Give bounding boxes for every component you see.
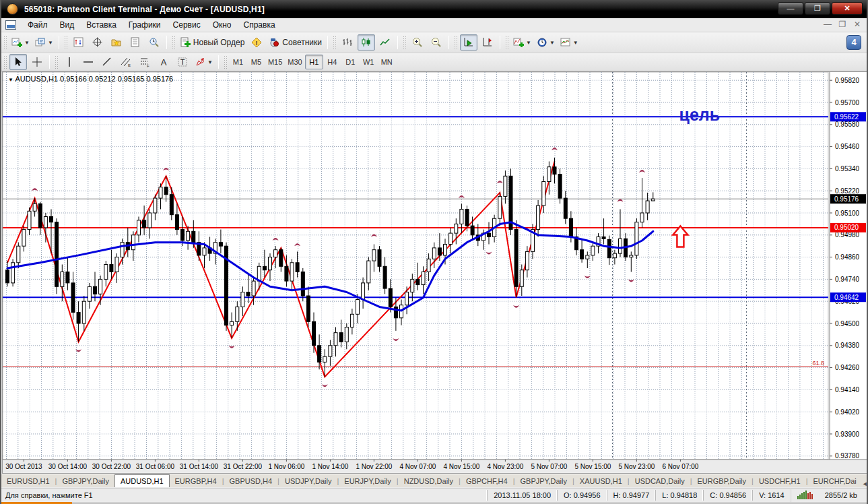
notebook-icon [130,37,141,48]
arrow-objects-icon [195,57,205,67]
menu-view[interactable]: Вид [54,18,81,32]
chart-restore-button[interactable]: ❐ [837,20,848,29]
dropdown-arrow-icon[interactable]: ▼ [48,40,53,46]
toolbar-grip[interactable] [454,36,457,49]
expert-advisors-button[interactable]: Советники [267,34,324,51]
timeframe-m5-button[interactable]: M5 [247,55,265,69]
timeframe-mn-button[interactable]: MN [378,55,396,69]
menu-file[interactable]: Файл [22,18,54,32]
hline-icon [83,57,94,67]
chart-tab-usdchf-h1[interactable]: USDCHF,H1 [754,476,806,487]
fibonacci-button[interactable]: F [136,54,154,70]
menu-insert[interactable]: Вставка [80,18,123,32]
candle-chart-button[interactable] [358,34,375,51]
timeframe-m1-button[interactable]: M1 [229,55,247,69]
dropdown-arrow-icon[interactable]: ▼ [24,40,30,46]
metaeditor-button[interactable]: ! [248,34,265,51]
svg-text:4 Nov 23:00: 4 Nov 23:00 [487,463,523,470]
arrow-objects-button[interactable]: ▼ [193,54,215,70]
close-button[interactable]: ✕ [832,2,863,15]
chart-tab-nzdusd-daily[interactable]: NZDUSD,Daily [399,476,459,487]
new-chart-button[interactable]: ▼ [9,34,32,51]
label-t-icon: T [177,57,188,67]
svg-text:30 Oct 14:00: 30 Oct 14:00 [48,463,88,470]
market-watch-button[interactable] [70,34,88,51]
chart-tab-eurchf-dai[interactable]: EURCHF,Dai [808,476,862,487]
chart-minimize-button[interactable]: — [822,20,833,29]
terminal-button[interactable] [127,34,144,51]
chart-tab-eurgbp-h4[interactable]: EURGBP,H4 [170,476,222,487]
navigator-button[interactable] [108,34,125,51]
text-button[interactable]: A [155,54,172,70]
menu-tools[interactable]: Сервис [167,18,207,32]
templates-button[interactable]: ▼ [558,34,580,51]
order-sheet-icon [180,37,191,48]
mailbox-badge[interactable]: 4 [846,35,861,50]
timeframe-h4-button[interactable]: H4 [323,55,341,69]
new-order-button-label: Новый Ордер [193,38,244,47]
chart-tab-gbpjpy-daily[interactable]: GBPJPY,Daily [515,476,573,487]
menu-window[interactable]: Окно [207,18,238,32]
chart-tab-gbpjpy-daily[interactable]: GBPJPY,Daily [57,476,114,487]
toolbar-grip[interactable] [3,55,7,69]
crosshair-tool-button[interactable] [28,54,46,70]
channel-button[interactable]: E [117,54,135,70]
vertical-line-button[interactable] [61,54,78,70]
dropdown-arrow-icon[interactable]: ▼ [207,59,213,65]
chart-tab-eurgbp-daily[interactable]: EURGBP,Daily [692,476,752,487]
strategy-tester-button[interactable] [145,34,163,51]
chart-tab-gbpchf-h4[interactable]: GBPCHF,H4 [461,476,513,487]
toolbar-grip[interactable] [224,55,227,69]
menu-charts[interactable]: Графики [123,18,167,32]
toolbar-grip[interactable] [403,36,406,49]
tab-scroll-left-button[interactable]: ◄ [862,480,868,487]
bar-chart-button[interactable] [339,34,356,51]
toolbar-grip[interactable] [333,36,336,49]
toolbar-separator [59,36,59,49]
chart-tab-eurjpy-daily[interactable]: EURJPY,Daily [339,476,397,487]
indicators-button[interactable]: ▼ [511,34,533,51]
toolbar-grip[interactable] [55,55,58,69]
chart-tab-usdjpy-daily[interactable]: USDJPY,Daily [279,476,337,487]
chart-tab-usdcad-daily[interactable]: USDCAD,Daily [630,476,690,487]
toolbar-grip[interactable] [3,36,7,49]
chart-tab-eurusd-h1[interactable]: EURUSD,H1 [1,476,55,487]
chart-tab-audusd-h1[interactable]: AUDUSD,H1 [114,474,170,487]
maximize-button[interactable]: ❐ [805,2,830,15]
profiles-button[interactable]: ▼ [33,34,55,51]
svg-text:0.93900: 0.93900 [835,431,860,438]
timeframe-m30-button[interactable]: M30 [285,55,304,69]
chart-close-button[interactable]: ✕ [852,20,863,29]
target-annotation-text[interactable]: цель [679,105,721,124]
toolbar-separator [166,36,167,49]
menu-help[interactable]: Справка [238,18,281,32]
timeframe-m15-button[interactable]: M15 [265,55,285,69]
minimize-button[interactable]: — [778,2,803,15]
chart-tab-gbpusd-h4[interactable]: GBPUSD,H4 [224,476,278,487]
chart-shift-button[interactable] [479,34,496,51]
dropdown-arrow-icon[interactable]: ▼ [573,40,578,46]
data-window-button[interactable] [89,34,106,51]
toolbar-grip[interactable] [505,36,508,49]
line-chart-button[interactable] [376,34,394,51]
zoom-out-button[interactable] [428,34,445,51]
auto-scroll-button[interactable] [460,34,477,51]
text-label-button[interactable]: T [174,54,191,70]
timeframe-w1-button[interactable]: W1 [360,55,378,69]
timeframe-h1-button[interactable]: H1 [305,55,323,69]
dropdown-arrow-icon[interactable]: ▼ [526,40,531,46]
horizontal-line-button[interactable] [79,54,97,70]
toolbar-grip[interactable] [172,36,175,49]
toolbar-grip[interactable] [64,36,67,49]
symbol-dropdown-icon[interactable]: ▼ [8,77,13,83]
cursor-tool-button[interactable] [9,54,27,70]
zoom-in-button[interactable] [409,34,426,51]
new-order-button[interactable]: Новый Ордер [178,34,246,51]
dropdown-arrow-icon[interactable]: ▼ [549,40,555,46]
warning-diamond-icon: ! [251,37,262,48]
periods-button[interactable]: ▼ [535,34,557,51]
trendline-button[interactable] [98,54,116,70]
chart-tab-xauusd-h1[interactable]: XAUUSD,H1 [574,476,628,487]
timeframe-d1-button[interactable]: D1 [341,55,360,69]
price-chart[interactable]: цель0.958200.957000.955800.954600.953400… [3,72,868,476]
